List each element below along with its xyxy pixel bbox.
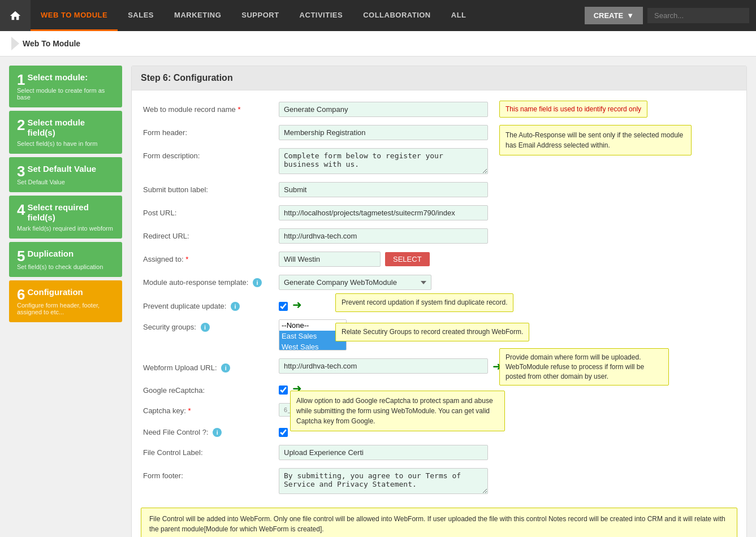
step-2-title: Select module field(s) bbox=[17, 118, 114, 138]
record-name-label: Web to module record name * bbox=[143, 102, 279, 114]
form-footer-textarea[interactable] bbox=[279, 468, 488, 494]
record-name-row: Web to module record name * This name fi… bbox=[143, 102, 735, 117]
step-2-desc: Select field(s) to have in form bbox=[17, 140, 114, 147]
nav-collaboration[interactable]: COLLABORATION bbox=[353, 0, 441, 31]
step-6-desc: Configure form header, footer, assigned … bbox=[17, 302, 114, 315]
create-button[interactable]: CREATE ▼ bbox=[585, 7, 643, 24]
post-url-row: Post URL: bbox=[143, 205, 735, 220]
file-control-row: Need File Control ?: i Allow option to a… bbox=[143, 425, 735, 437]
form-header-input[interactable] bbox=[279, 125, 488, 140]
redirect-url-label: Redirect URL: bbox=[143, 228, 279, 240]
nav-web-to-module[interactable]: WEB TO MODULE bbox=[31, 0, 118, 31]
file-control-label-row: File Control Label: bbox=[143, 445, 735, 460]
prevent-dup-label: Prevent duplicate update: i bbox=[143, 298, 279, 311]
step-3-number: 3 bbox=[17, 164, 25, 179]
assigned-to-input[interactable] bbox=[279, 252, 381, 267]
recaptcha-tooltip: Allow option to add Google reCaptcha to … bbox=[290, 391, 505, 431]
nav-sales[interactable]: SALES bbox=[118, 0, 164, 31]
prevent-dup-checkbox[interactable] bbox=[279, 302, 288, 311]
assigned-to-select-button[interactable]: SELECT bbox=[385, 252, 430, 266]
file-control-field-label: File Control Label: bbox=[143, 445, 279, 457]
nav-marketing[interactable]: MARKETING bbox=[164, 0, 231, 31]
post-url-label: Post URL: bbox=[143, 205, 279, 217]
chevron-down-icon: ▼ bbox=[627, 11, 634, 20]
main-layout: 1 Select module: Select module to create… bbox=[0, 57, 756, 537]
step-6-number: 6 bbox=[17, 287, 25, 302]
search-input[interactable] bbox=[647, 8, 749, 23]
assigned-to-controls: SELECT bbox=[279, 252, 430, 267]
prevent-dup-row: Prevent duplicate update: i ➜ Prevent re… bbox=[143, 298, 735, 311]
auto-response-info-icon[interactable]: i bbox=[253, 278, 262, 287]
security-groups-tooltip: Relate Secutiry Groups to record created… bbox=[335, 323, 529, 341]
top-navigation: WEB TO MODULE SALES MARKETING SUPPORT AC… bbox=[0, 0, 756, 31]
nav-support[interactable]: SUPPORT bbox=[231, 0, 289, 31]
file-control-label: Need File Control ?: i bbox=[143, 425, 279, 437]
webform-url-tooltip: Provide domain where form will be upload… bbox=[499, 348, 669, 386]
content-panel: Step 6: Configuration Web to module reco… bbox=[131, 66, 747, 537]
sidebar-step-1[interactable]: 1 Select module: Select module to create… bbox=[9, 66, 122, 107]
form-desc-textarea[interactable] bbox=[279, 148, 488, 174]
step-4-desc: Mark field(s) required into webform bbox=[17, 225, 114, 232]
file-control-info-icon[interactable]: i bbox=[213, 428, 222, 437]
breadcrumb-label: Web To Module bbox=[23, 39, 80, 48]
sidebar-step-6[interactable]: 6 Configuration Configure form header, f… bbox=[9, 280, 122, 322]
form-header-label: Form header: bbox=[143, 125, 279, 137]
file-control-checkbox[interactable] bbox=[279, 428, 288, 437]
form-desc-label: Form description: bbox=[143, 148, 279, 160]
home-button[interactable] bbox=[0, 0, 31, 31]
record-name-tooltip: This name field is used to identify reco… bbox=[499, 101, 647, 118]
sidebar-step-5[interactable]: 5 Duplication Set field(s) to check dupl… bbox=[9, 242, 122, 277]
step-2-number: 2 bbox=[17, 118, 25, 132]
step-1-desc: Select module to create form as base bbox=[17, 87, 114, 101]
breadcrumb-arrow[interactable] bbox=[11, 37, 19, 50]
step-1-number: 1 bbox=[17, 72, 25, 87]
submit-label-label: Submit button label: bbox=[143, 182, 279, 194]
file-control-bottom-note: File Control will be added into WebForm.… bbox=[141, 508, 737, 537]
panel-title: Step 6: Configuration bbox=[132, 66, 746, 90]
step-5-number: 5 bbox=[17, 249, 25, 263]
security-groups-info-icon[interactable]: i bbox=[201, 323, 210, 332]
step-3-title: Set Default Value bbox=[17, 164, 114, 174]
webform-url-label: Webform Upload URL: i bbox=[143, 360, 279, 373]
assigned-to-row: Assigned to: * SELECT bbox=[143, 252, 735, 267]
recaptcha-label: Google reCaptcha: bbox=[143, 383, 279, 395]
security-groups-label: Security groups: i bbox=[143, 319, 279, 332]
submit-label-input[interactable] bbox=[279, 182, 488, 197]
nav-activities[interactable]: ACTIVITIES bbox=[290, 0, 353, 31]
post-url-input[interactable] bbox=[279, 205, 488, 220]
home-icon bbox=[9, 10, 21, 22]
prevent-dup-tooltip: Prevent record updation if system find d… bbox=[335, 293, 513, 312]
step-6-title: Configuration bbox=[17, 287, 114, 297]
nav-right: CREATE ▼ bbox=[578, 0, 756, 31]
nav-all[interactable]: ALL bbox=[441, 0, 477, 31]
step-4-number: 4 bbox=[17, 202, 25, 217]
step-3-desc: Set Default Value bbox=[17, 179, 114, 185]
record-name-input[interactable] bbox=[279, 102, 488, 117]
form-footer-label: Form footer: bbox=[143, 468, 279, 480]
redirect-url-input[interactable] bbox=[279, 228, 488, 244]
step-1-title: Select module: bbox=[17, 72, 114, 83]
submit-label-row: Submit button label: bbox=[143, 182, 735, 197]
breadcrumb: Web To Module bbox=[0, 31, 756, 57]
sidebar-step-4[interactable]: 4 Select required field(s) Mark field(s)… bbox=[9, 196, 122, 239]
prevent-dup-info-icon[interactable]: i bbox=[231, 302, 240, 311]
webform-url-info-icon[interactable]: i bbox=[221, 363, 230, 373]
webform-url-input[interactable] bbox=[279, 358, 488, 374]
nav-items: WEB TO MODULE SALES MARKETING SUPPORT AC… bbox=[31, 0, 578, 31]
assigned-to-label: Assigned to: * bbox=[143, 252, 279, 263]
form-body: Web to module record name * This name fi… bbox=[132, 90, 746, 508]
prevent-dup-arrow: ➜ bbox=[292, 298, 302, 311]
step-4-title: Select required field(s) bbox=[17, 202, 114, 223]
redirect-url-row: Redirect URL: bbox=[143, 228, 735, 244]
step-5-title: Duplication bbox=[17, 249, 114, 259]
auto-response-dropdown[interactable]: Generate Company WebToModule bbox=[279, 275, 431, 290]
file-control-field-input[interactable] bbox=[279, 445, 488, 460]
sidebar-step-2[interactable]: 2 Select module field(s) Select field(s)… bbox=[9, 111, 122, 154]
step-5-desc: Set field(s) to check duplication bbox=[17, 263, 114, 270]
webform-url-row: Webform Upload URL: i ➜ Provide domain w… bbox=[143, 358, 735, 374]
sidebar-step-3[interactable]: 3 Set Default Value Set Default Value bbox=[9, 157, 122, 192]
captcha-key-label: Captcha key: * bbox=[143, 403, 279, 415]
auto-response-tooltip: The Auto-Response will be sent only if t… bbox=[499, 125, 692, 155]
recaptcha-checkbox[interactable] bbox=[279, 386, 288, 395]
security-groups-row: Security groups: i --None-- East Sales W… bbox=[143, 319, 735, 350]
